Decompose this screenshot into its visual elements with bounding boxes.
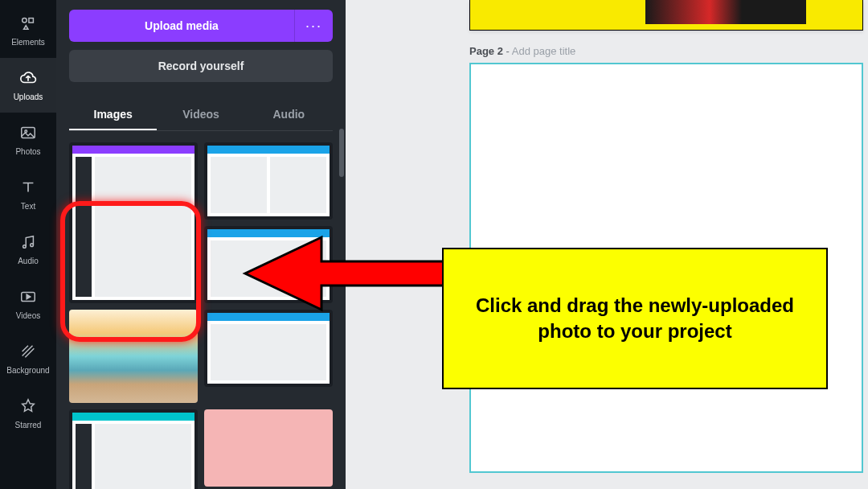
sidebar-item-audio[interactable]: Audio <box>0 222 56 277</box>
sidebar-item-label: Text <box>21 202 35 211</box>
sidebar-item-label: Starred <box>15 421 42 429</box>
upload-thumbnail[interactable] <box>204 409 333 487</box>
page-number: Page 2 <box>469 45 503 57</box>
scrollbar-thumb[interactable] <box>339 129 344 177</box>
sidebar-item-videos[interactable]: Videos <box>0 277 56 331</box>
cloud-upload-icon <box>19 69 37 89</box>
panel-scrollbar[interactable] <box>339 129 344 338</box>
shapes-icon <box>19 14 37 35</box>
background-icon <box>19 343 37 363</box>
upload-thumbnail[interactable] <box>69 409 198 489</box>
canvas-area: Page 2 - Add page title <box>346 0 868 489</box>
sidebar-nav: Elements Uploads Photos Text Audio Video… <box>0 0 56 489</box>
tab-images[interactable]: Images <box>69 100 157 130</box>
upload-media-more-button[interactable]: ··· <box>294 10 333 42</box>
sidebar-item-label: Elements <box>11 38 45 47</box>
sidebar-item-label: Background <box>6 366 49 375</box>
image-icon <box>19 124 37 144</box>
svg-point-0 <box>23 18 27 23</box>
page-1-bottom-strip <box>469 0 863 31</box>
sidebar-item-label: Videos <box>16 311 40 320</box>
upload-thumbnail-highlighted[interactable] <box>69 310 198 403</box>
annotation-callout: Click and drag the newly-uploaded photo … <box>442 248 828 389</box>
record-yourself-button[interactable]: Record yourself <box>69 50 333 82</box>
sidebar-item-elements[interactable]: Elements <box>0 3 56 58</box>
sidebar-item-starred[interactable]: Starred <box>0 386 56 441</box>
upload-thumbnail[interactable] <box>69 142 198 303</box>
svg-point-4 <box>23 245 27 249</box>
annotation-text: Click and drag the newly-uploaded photo … <box>458 293 812 345</box>
sidebar-item-uploads[interactable]: Uploads <box>0 58 56 113</box>
sidebar-item-text[interactable]: Text <box>0 167 56 222</box>
page-1-photo-fragment <box>645 0 806 24</box>
uploads-grid <box>69 142 333 489</box>
tab-videos[interactable]: Videos <box>157 100 244 130</box>
upload-thumbnail[interactable] <box>204 142 333 220</box>
svg-rect-1 <box>29 18 33 23</box>
page-title-placeholder: Add page title <box>512 45 576 57</box>
uploads-panel: Upload media ··· Record yourself Images … <box>56 0 346 489</box>
tab-audio[interactable]: Audio <box>245 100 333 130</box>
star-icon <box>19 397 37 417</box>
text-icon <box>19 179 37 199</box>
sidebar-item-background[interactable]: Background <box>0 331 56 386</box>
sidebar-item-label: Photos <box>15 147 40 156</box>
sidebar-item-label: Uploads <box>14 92 43 101</box>
sidebar-item-photos[interactable]: Photos <box>0 113 56 167</box>
svg-point-5 <box>31 244 34 247</box>
media-tabs: Images Videos Audio <box>69 100 333 131</box>
music-icon <box>19 233 37 253</box>
upload-media-button[interactable]: Upload media <box>69 10 294 42</box>
page-header[interactable]: Page 2 - Add page title <box>469 45 575 57</box>
upload-thumbnail[interactable] <box>204 310 333 387</box>
video-icon <box>19 288 37 308</box>
sidebar-item-label: Audio <box>18 257 39 265</box>
upload-thumbnail[interactable] <box>204 226 333 303</box>
